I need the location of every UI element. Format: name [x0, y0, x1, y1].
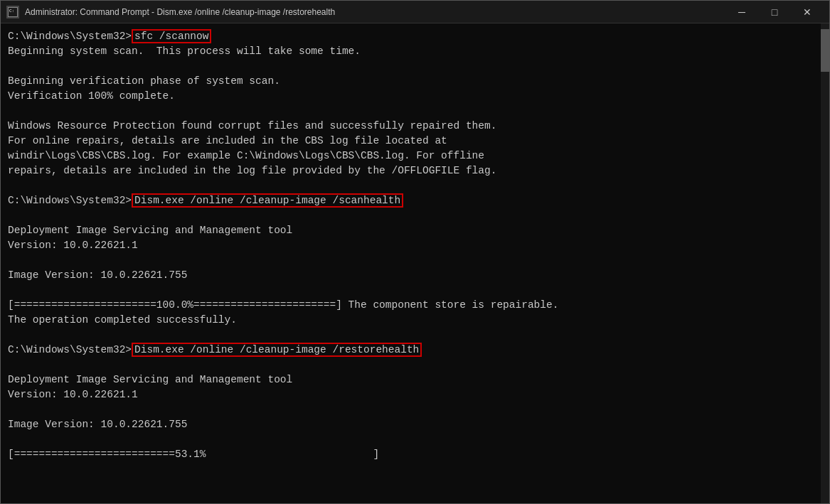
prompt-text: C:\Windows\System32> — [8, 344, 132, 355]
terminal-line — [8, 178, 822, 193]
terminal-line — [8, 328, 822, 343]
terminal-line — [8, 104, 822, 119]
terminal-line: C:\Windows\System32>Dism.exe /online /cl… — [8, 343, 822, 358]
cmd-restorehealth: Dism.exe /online /cleanup-image /restore… — [132, 343, 422, 357]
terminal-line: [=======================100.0%==========… — [8, 298, 822, 313]
prompt-text: C:\Windows\System32> — [8, 31, 132, 42]
minimize-button[interactable]: ─ — [725, 1, 758, 23]
terminal-line: repairs, details are included in the log… — [8, 163, 822, 178]
terminal-line — [8, 208, 822, 223]
terminal-line: Beginning system scan. This process will… — [8, 44, 822, 59]
terminal-line: Windows Resource Protection found corrup… — [8, 119, 822, 134]
window-title: Administrator: Command Prompt - Dism.exe… — [25, 7, 725, 17]
terminal-line: Image Version: 10.0.22621.755 — [8, 417, 822, 432]
terminal-line — [8, 253, 822, 268]
cmd-scanhealth: Dism.exe /online /cleanup-image /scanhea… — [132, 193, 403, 208]
title-bar: Administrator: Command Prompt - Dism.exe… — [1, 1, 829, 23]
window-controls: ─ □ ✕ — [725, 1, 824, 23]
terminal-line: The operation completed successfully. — [8, 313, 822, 328]
terminal-line — [8, 358, 822, 372]
terminal-line — [8, 59, 822, 74]
terminal-line: Beginning verification phase of system s… — [8, 74, 822, 89]
terminal-line — [8, 432, 822, 447]
scrollbar-thumb[interactable] — [821, 29, 829, 72]
close-button[interactable]: ✕ — [791, 1, 824, 23]
maximize-button[interactable]: □ — [758, 1, 791, 23]
cmd-icon — [8, 7, 18, 17]
terminal-body[interactable]: C:\Windows\System32>sfc /scannow Beginni… — [1, 23, 829, 503]
terminal-line: Deployment Image Servicing and Managemen… — [8, 223, 822, 238]
terminal-line: Verification 100% complete. — [8, 89, 822, 104]
cmd-window: Administrator: Command Prompt - Dism.exe… — [0, 0, 830, 504]
terminal-line: C:\Windows\System32>sfc /scannow — [8, 29, 822, 44]
terminal-line — [8, 283, 822, 298]
terminal-line — [8, 402, 822, 417]
terminal-line: windir\Logs\CBS\CBS.log. For example C:\… — [8, 149, 822, 163]
terminal-line: Version: 10.0.22621.1 — [8, 238, 822, 253]
progress-line: [==========================53.1% ] — [8, 447, 822, 462]
prompt-text: C:\Windows\System32> — [8, 195, 132, 206]
terminal-line: Deployment Image Servicing and Managemen… — [8, 372, 822, 387]
window-icon — [6, 6, 19, 18]
terminal-line: Version: 10.0.22621.1 — [8, 387, 822, 402]
terminal-line: C:\Windows\System32>Dism.exe /online /cl… — [8, 193, 822, 208]
cmd-sfc: sfc /scannow — [132, 29, 211, 43]
terminal-line: Image Version: 10.0.22621.755 — [8, 268, 822, 283]
scrollbar[interactable] — [821, 23, 829, 503]
terminal-line: For online repairs, details are included… — [8, 134, 822, 149]
